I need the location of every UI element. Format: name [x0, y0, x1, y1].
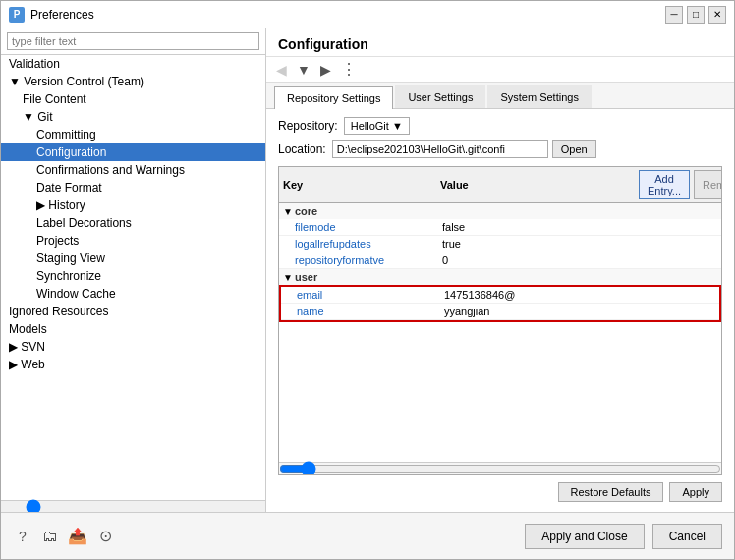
app-icon: P: [9, 7, 25, 23]
table-h-scroll[interactable]: [279, 462, 721, 474]
filter-box: [1, 28, 265, 55]
cell-value: false: [442, 221, 717, 233]
repo-label: Repository:: [278, 119, 338, 133]
table-row[interactable]: logallrefupdatestrue: [279, 236, 721, 252]
cell-key: email: [297, 289, 444, 301]
dialog-body: Validation▼ Version Control (Team)File C…: [1, 28, 734, 512]
tree-item[interactable]: Staging View: [1, 250, 265, 267]
section-row: ▼ user: [279, 269, 721, 285]
section-row: ▼ core: [279, 203, 721, 219]
tabs-row: Repository SettingsUser SettingsSystem S…: [266, 83, 734, 109]
footer-buttons: Apply and Close Cancel: [525, 524, 722, 549]
location-input[interactable]: [332, 140, 548, 158]
cell-value: yyangjian: [444, 306, 715, 317]
circle-icon[interactable]: ⊙: [95, 527, 115, 546]
tree-item[interactable]: Committing: [1, 126, 265, 143]
tree-area: Validation▼ Version Control (Team)File C…: [1, 55, 265, 500]
back-button[interactable]: ◀: [274, 62, 289, 78]
h-scroll-input[interactable]: [1, 501, 265, 513]
repo-arrow: ▼: [392, 120, 403, 132]
config-content: Repository: HelloGit ▼ Location: Open Ke…: [266, 109, 734, 512]
table-row[interactable]: email1475136846@: [281, 287, 719, 304]
tab-user-settings[interactable]: User Settings: [395, 85, 485, 108]
expand-arrow[interactable]: ▼: [283, 206, 295, 217]
repo-row: Repository: HelloGit ▼: [278, 117, 722, 135]
table-row[interactable]: nameyyangjian: [281, 304, 719, 320]
open-button[interactable]: Open: [552, 140, 596, 158]
cancel-button[interactable]: Cancel: [652, 524, 722, 549]
th-value: Value: [440, 179, 639, 191]
tab-repo-settings[interactable]: Repository Settings: [274, 86, 393, 109]
location-label: Location:: [278, 142, 326, 156]
close-button[interactable]: ✕: [708, 6, 726, 24]
restore-defaults-button[interactable]: Restore Defaults: [558, 482, 664, 502]
config-table: Key Value Add Entry... Remove ▼ corefile…: [278, 166, 722, 475]
dialog-footer: ? 🗂 📤 ⊙ Apply and Close Cancel: [1, 512, 734, 559]
table-row[interactable]: filemodefalse: [279, 219, 721, 236]
tree-item[interactable]: Models: [1, 320, 265, 338]
help-icon[interactable]: ?: [13, 527, 32, 546]
cell-value: 1475136846@: [444, 289, 715, 301]
table-h-scroll-input[interactable]: [279, 464, 721, 474]
left-panel: Validation▼ Version Control (Team)File C…: [1, 28, 266, 512]
tree-item[interactable]: Window Cache: [1, 285, 265, 303]
minimize-button[interactable]: ─: [665, 6, 683, 24]
dialog-title: Preferences: [30, 8, 665, 22]
dropdown-button[interactable]: ▼: [295, 62, 312, 78]
repo-value: HelloGit: [351, 120, 389, 132]
tree-item[interactable]: Label Decorations: [1, 214, 265, 232]
cell-value: true: [442, 238, 717, 250]
tree-item[interactable]: ▶ History: [1, 196, 265, 214]
apply-button[interactable]: Apply: [669, 482, 722, 502]
maximize-button[interactable]: □: [687, 6, 705, 24]
th-actions: Add Entry... Remove: [639, 170, 717, 199]
expand-arrow[interactable]: ▼: [283, 272, 295, 283]
highlighted-section: email1475136846@nameyyangjian: [279, 285, 721, 322]
tree-item[interactable]: ▶ Web: [1, 356, 265, 373]
cell-value: 0: [442, 254, 717, 266]
table-header: Key Value Add Entry... Remove: [279, 167, 721, 203]
tree-item[interactable]: Ignored Resources: [1, 303, 265, 320]
cell-key: repositoryformatve: [295, 254, 442, 266]
repo-select[interactable]: HelloGit ▼: [344, 117, 410, 135]
window-controls: ─ □ ✕: [665, 6, 726, 24]
preferences-dialog: P Preferences ─ □ ✕ Validation▼ Version …: [0, 0, 735, 560]
title-bar: P Preferences ─ □ ✕: [1, 1, 734, 28]
footer-icons: ? 🗂 📤 ⊙: [13, 527, 525, 546]
apply-and-close-button[interactable]: Apply and Close: [525, 524, 644, 549]
menu-button[interactable]: ⋮: [339, 60, 359, 79]
th-key: Key: [283, 179, 440, 191]
cell-key: name: [297, 306, 444, 317]
cell-key: filemode: [295, 221, 442, 233]
table-body: ▼ corefilemodefalselogallrefupdatestruer…: [279, 203, 721, 462]
horizontal-scrollbar[interactable]: [1, 500, 265, 512]
filter-input[interactable]: [7, 32, 259, 50]
tree-scroll-outer: Validation▼ Version Control (Team)File C…: [1, 55, 265, 500]
tree-item[interactable]: File Content: [1, 90, 265, 108]
tree-item[interactable]: ▼ Version Control (Team): [1, 73, 265, 90]
bottom-actions: Restore Defaults Apply: [278, 478, 722, 504]
tree-item[interactable]: Synchronize: [1, 267, 265, 285]
right-panel: Configuration ◀ ▼ ▶ ⋮ Repository Setting…: [266, 28, 734, 512]
tree-item[interactable]: ▶ SVN: [1, 338, 265, 356]
tree-item[interactable]: Validation: [1, 55, 265, 73]
tree-item[interactable]: Projects: [1, 232, 265, 250]
tree-item[interactable]: Date Format: [1, 179, 265, 196]
export-icon[interactable]: 📤: [68, 527, 87, 546]
folder-icon[interactable]: 🗂: [40, 527, 60, 546]
section-label: core: [295, 205, 317, 217]
cell-key: logallrefupdates: [295, 238, 442, 250]
tab-system-settings[interactable]: System Settings: [487, 85, 591, 108]
tree-item[interactable]: ▼ Git: [1, 108, 265, 126]
forward-button[interactable]: ▶: [318, 62, 333, 78]
location-row: Location: Open: [278, 140, 722, 158]
nav-area: ◀ ▼ ▶ ⋮: [266, 57, 734, 83]
section-label: user: [295, 271, 317, 283]
table-row[interactable]: repositoryformatve0: [279, 252, 721, 269]
remove-button[interactable]: Remove: [694, 170, 722, 199]
panel-title: Configuration: [266, 28, 734, 57]
tree-item[interactable]: Configuration: [1, 143, 265, 161]
tree-item[interactable]: Confirmations and Warnings: [1, 161, 265, 179]
add-entry-button[interactable]: Add Entry...: [639, 170, 690, 199]
